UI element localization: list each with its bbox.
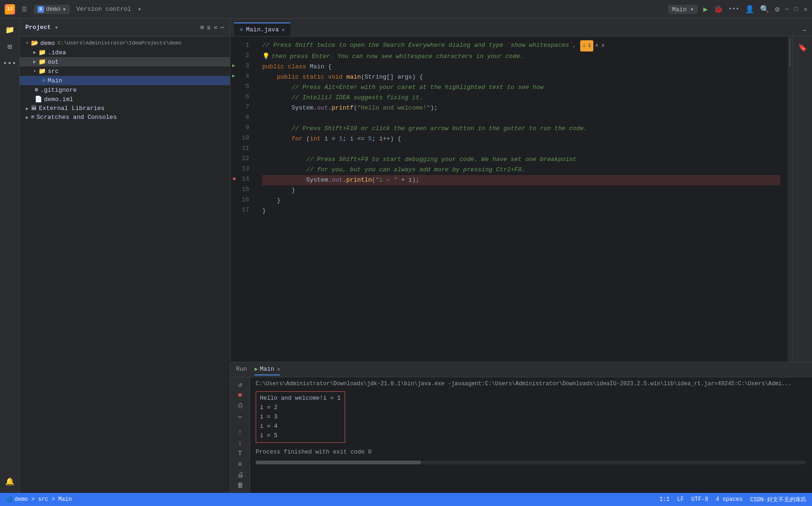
var-out-7: out xyxy=(317,103,328,113)
tree-arrow-src[interactable]: ▾ xyxy=(31,68,38,74)
run-output-line-1: i = 2 xyxy=(260,403,341,412)
code-area[interactable]: // Press Shift twice to open the Search … xyxy=(255,37,788,362)
scrollbar-thumb[interactable] xyxy=(790,38,790,66)
tree-item-out[interactable]: ▶ 📁 out xyxy=(20,57,230,66)
line-num-3: 3 xyxy=(230,61,255,71)
warn-expand-icon[interactable]: ∧ ∨ xyxy=(595,40,605,51)
run-sort-icon[interactable]: ≡ xyxy=(234,460,247,469)
run-button[interactable]: ▶ xyxy=(703,5,708,14)
sidebar-header: Project ▾ ⊕ ⇅ ✕ ⋯ xyxy=(20,19,230,37)
sidebar-chevron-icon[interactable]: ▾ xyxy=(55,24,59,31)
version-control-label[interactable]: Version control xyxy=(74,5,134,14)
run-filter-icon[interactable]: T xyxy=(234,449,247,458)
run-cmd-line: C:\Users\Administrator\Downloads\jdk-21.… xyxy=(256,379,806,389)
scroll-up-icon[interactable]: ↑ xyxy=(234,427,247,436)
run-tab-run[interactable]: Run xyxy=(236,364,247,375)
right-icon-bar: 🔖 xyxy=(792,37,812,362)
notifications-icon[interactable]: 🔔 xyxy=(2,474,17,489)
status-encoding[interactable]: UTF-8 xyxy=(691,496,708,504)
gear-icon[interactable]: ⋯ xyxy=(221,23,224,31)
bookmark-icon[interactable]: 🔖 xyxy=(795,40,810,55)
profile-icon[interactable]: 👤 xyxy=(745,5,754,14)
search-icon[interactable]: 🔍 xyxy=(760,5,769,14)
position-text: 1:1 xyxy=(659,496,670,503)
status-position[interactable]: 1:1 xyxy=(659,496,670,504)
tree-item-iml[interactable]: 📄 demo.iml xyxy=(20,95,230,104)
tab-close-icon[interactable]: ✕ xyxy=(281,27,285,33)
code-line-10: for (int i = 1; i <= 5; i++) { xyxy=(262,134,780,144)
code-line-16: } xyxy=(262,196,780,206)
editor-tab-more-icon[interactable]: ⋯ xyxy=(801,25,808,36)
run-output-box: Hello and welcome!i = 1 i = 2 i = 3 i = … xyxy=(256,391,345,443)
num-5-10: 5 xyxy=(368,134,372,144)
run-print-icon[interactable]: 🖨 xyxy=(234,470,247,479)
tree-arrow-extlibs[interactable]: ▶ xyxy=(23,106,31,111)
editor-tab-main[interactable]: ⊙ Main.java ✕ xyxy=(234,22,290,36)
run-screenshot-icon[interactable]: ⎙ xyxy=(234,402,247,411)
tree-arrow-out[interactable]: ▶ xyxy=(31,59,38,65)
java-file-icon: ⊙ xyxy=(42,77,46,84)
tree-item-scratches[interactable]: ▶ ≡ Scratches and Consoles xyxy=(20,113,230,122)
project-chevron-icon[interactable]: ▾ xyxy=(62,6,66,13)
close-sidebar-icon[interactable]: ✕ xyxy=(214,23,217,31)
tree-label-gitignore: .gitignore xyxy=(40,87,77,94)
structure-icon[interactable]: ⊞ xyxy=(2,39,17,54)
add-icon[interactable]: ⊕ xyxy=(200,23,204,31)
tree-item-gitignore[interactable]: ⊗ .gitignore xyxy=(20,85,230,95)
sync-icon[interactable]: ⇅ xyxy=(207,23,211,31)
tree-item-demo[interactable]: ▾ 📂 demo C:\Users\Administrator\IdeaProj… xyxy=(20,38,230,48)
run-config-label[interactable]: Main ▾ xyxy=(668,5,698,14)
code-line-3: public class Main { xyxy=(262,62,780,72)
settings-icon[interactable]: ⚙ xyxy=(775,5,780,14)
run-stop-icon[interactable]: ■ xyxy=(234,391,247,400)
editor-content: 1 2 3 4 5 6 7 8 9 10 11 12 13 14 15 16 1 xyxy=(230,37,812,362)
paren-14a: ( xyxy=(372,175,376,185)
status-indent[interactable]: 4 spaces xyxy=(716,496,743,504)
run-clear-icon[interactable]: 🗑 xyxy=(234,481,247,490)
sidebar: Project ▾ ⊕ ⇅ ✕ ⋯ ▾ 📂 demo C:\Users\Admi… xyxy=(20,19,230,493)
var-out-14: out xyxy=(332,175,342,185)
line-num-10: 10 xyxy=(230,133,255,143)
code-line-6: // IntelliJ IDEA suggests fixing it. xyxy=(262,93,780,103)
version-control-chevron-icon[interactable]: ▾ xyxy=(138,6,141,13)
tree-label-scratches: Scratches and Consoles xyxy=(37,114,117,121)
tree-item-main[interactable]: ⊙ Main xyxy=(20,76,230,85)
more-options-icon[interactable]: ••• xyxy=(729,6,739,13)
close-button[interactable]: ✕ xyxy=(804,6,807,13)
folder-icon[interactable]: 📁 xyxy=(2,22,17,37)
blank-11 xyxy=(262,144,266,154)
minimize-button[interactable]: ─ xyxy=(785,6,789,13)
more-tools-icon[interactable]: ••• xyxy=(2,56,17,71)
tree-arrow-demo[interactable]: ▾ xyxy=(23,40,31,46)
menu-hamburger[interactable]: ☰ xyxy=(19,5,30,14)
fn-printf-7: printf xyxy=(332,103,354,113)
status-line-ending[interactable]: LF xyxy=(677,496,684,504)
run-scrollbar-thumb[interactable] xyxy=(256,461,421,464)
run-tab-main-close-icon[interactable]: ✕ xyxy=(277,366,281,372)
status-bar: 🔵 demo > src > Main 1:1 LF UTF-8 4 space… xyxy=(0,493,812,506)
status-breadcrumb[interactable]: 🔵 demo > src > Main xyxy=(6,496,72,503)
maximize-button[interactable]: □ xyxy=(794,6,798,13)
menu-bar[interactable]: ☰ xyxy=(19,5,30,14)
tree-label-src: src xyxy=(48,68,59,75)
kw-public-3: public xyxy=(262,62,288,72)
scratches-icon: ≡ xyxy=(31,114,35,121)
tree-item-extlibs[interactable]: ▶ 🏛 External Libraries xyxy=(20,104,230,113)
editor-scrollbar[interactable] xyxy=(788,37,792,362)
dot-7: . xyxy=(328,103,332,113)
code-comment-1: // Press Shift twice to open the Search … xyxy=(262,40,576,51)
tree-arrow-idea[interactable]: ▶ xyxy=(31,50,38,55)
status-watermark: CSDN·好文不见的珠玑 xyxy=(750,496,806,504)
run-scrollbar[interactable] xyxy=(256,461,806,464)
concat-14: + i); xyxy=(398,175,420,185)
tree-item-idea[interactable]: ▶ 📁 .idea xyxy=(20,48,230,57)
run-restart-icon[interactable]: ↺ xyxy=(234,380,247,389)
run-tab-main[interactable]: ▶ Main ✕ xyxy=(254,364,280,375)
scroll-down-icon[interactable]: ↓ xyxy=(234,438,247,447)
status-right: 1:1 LF UTF-8 4 spaces CSDN·好文不见的珠玑 xyxy=(659,496,806,504)
tree-item-src[interactable]: ▾ 📁 src xyxy=(20,66,230,76)
run-more-icon[interactable]: ⋯ xyxy=(234,412,247,421)
tree-arrow-scratches[interactable]: ▶ xyxy=(23,115,31,120)
project-selector[interactable]: D demo ▾ xyxy=(34,5,70,14)
debug-button[interactable]: 🐞 xyxy=(714,5,723,14)
